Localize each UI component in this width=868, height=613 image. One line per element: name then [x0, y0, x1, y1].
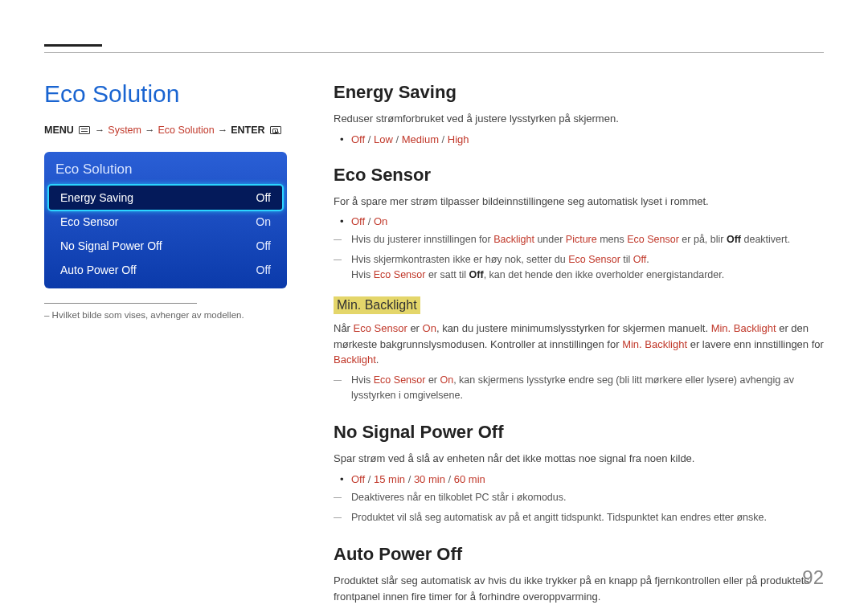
- left-note-divider: [44, 303, 197, 304]
- page-title: Eco Solution: [44, 80, 301, 107]
- right-column: Energy Saving Reduser strømforbruket ved…: [334, 80, 824, 613]
- page-number: 92: [802, 566, 824, 589]
- menu-item-value: Off: [256, 191, 271, 204]
- option-medium: Medium: [402, 133, 439, 145]
- menu-icon: [79, 126, 90, 134]
- arrow-right-icon: →: [218, 125, 228, 136]
- menu-item-value: Off: [256, 264, 271, 276]
- options-energy-saving: Off / Low / Medium / High: [351, 133, 824, 145]
- menu-item-auto-power-off[interactable]: Auto Power Off Off: [49, 258, 282, 282]
- menu-item-eco-sensor[interactable]: Eco Sensor On: [49, 210, 282, 234]
- no-signal-note-2: Produktet vil slå seg automatisk av på e…: [351, 510, 824, 525]
- option-low: Low: [374, 133, 393, 145]
- breadcrumb-enter: ENTER: [231, 125, 264, 136]
- arrow-right-icon: →: [145, 125, 155, 136]
- eco-sensor-note-2: Hvis skjermkontrasten ikke er høy nok, s…: [351, 252, 824, 283]
- left-footnote: – Hvilket bilde som vises, avhenger av m…: [44, 310, 301, 320]
- menu-item-label: Energy Saving: [60, 191, 133, 204]
- options-eco-sensor: Off / On: [351, 215, 824, 227]
- subsection-min-backlight-title: Min. Backlight: [334, 296, 420, 314]
- eco-sensor-note-1: Hvis du justerer innstillingen for Backl…: [351, 232, 824, 247]
- menu-item-value: Off: [256, 239, 271, 252]
- option-off: Off: [351, 473, 365, 485]
- option-30min: 30 min: [414, 473, 445, 485]
- section-no-signal-title: No Signal Power Off: [334, 422, 824, 443]
- section-auto-power-off-desc: Produktet slår seg automatisk av hvis du…: [334, 573, 824, 604]
- header-accent-bar: [44, 44, 102, 47]
- breadcrumb: MENU → System → Eco Solution → ENTER: [44, 125, 301, 136]
- menu-item-no-signal-power-off[interactable]: No Signal Power Off Off: [49, 234, 282, 258]
- option-15min: 15 min: [374, 473, 405, 485]
- header-divider: [44, 52, 824, 53]
- no-signal-note-1: Deaktiveres når en tilkoblet PC står i ø…: [351, 490, 824, 505]
- option-high: High: [448, 133, 469, 145]
- arrow-right-icon: →: [95, 125, 105, 136]
- menu-item-value: On: [256, 215, 271, 228]
- menu-item-label: Eco Sensor: [60, 215, 118, 228]
- option-off: Off: [351, 215, 365, 227]
- menu-item-label: Auto Power Off: [60, 264, 137, 276]
- menu-item-energy-saving[interactable]: Energy Saving Off: [49, 186, 282, 210]
- section-eco-sensor-title: Eco Sensor: [334, 165, 824, 186]
- option-off: Off: [351, 133, 365, 145]
- section-no-signal-desc: Spar strøm ved å slå av enheten når det …: [334, 451, 824, 467]
- enter-icon: [270, 126, 281, 134]
- section-energy-saving-desc: Reduser strømforbruket ved å justere lys…: [334, 111, 824, 127]
- menu-panel-header: Eco Solution: [49, 158, 282, 186]
- option-on: On: [374, 215, 387, 227]
- section-auto-power-off-title: Auto Power Off: [334, 544, 824, 565]
- subsection-min-backlight-desc: Når Eco Sensor er On, kan du justere min…: [334, 321, 824, 368]
- menu-item-label: No Signal Power Off: [60, 239, 162, 252]
- option-60min: 60 min: [454, 473, 485, 485]
- options-no-signal: Off / 15 min / 30 min / 60 min: [351, 473, 824, 485]
- section-eco-sensor-desc: For å spare mer strøm tilpasser bildeinn…: [334, 194, 824, 210]
- breadcrumb-menu: MENU: [44, 125, 74, 136]
- breadcrumb-eco: Eco Solution: [158, 125, 215, 136]
- left-column: Eco Solution MENU → System → Eco Solutio…: [44, 80, 334, 613]
- breadcrumb-system: System: [108, 125, 141, 136]
- menu-panel: Eco Solution Energy Saving Off Eco Senso…: [44, 152, 287, 288]
- section-energy-saving-title: Energy Saving: [334, 82, 824, 103]
- min-backlight-note: Hvis Eco Sensor er On, kan skjermens lys…: [351, 373, 824, 403]
